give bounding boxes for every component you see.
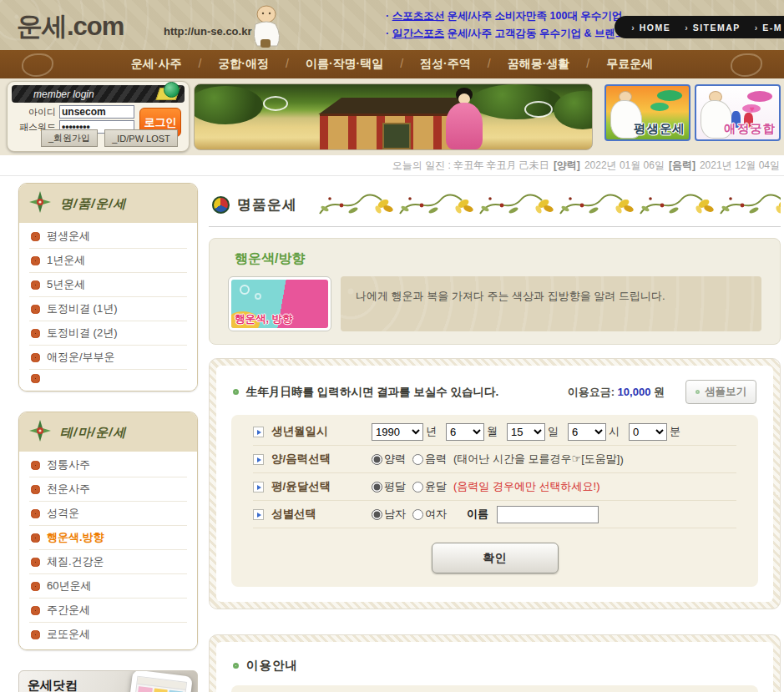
love-compatibility-banner[interactable]: ♥ 애정궁합 (695, 84, 781, 141)
sidebar-item-traditional-saju[interactable]: 정통사주 (29, 453, 187, 477)
monk-mascot-icon (244, 3, 286, 53)
globe-icon (158, 82, 180, 102)
banner-label: 애정궁합 (724, 121, 776, 137)
sidebar-item-lifetime[interactable]: 평생운세 (29, 225, 187, 249)
lifetime-fortune-banner[interactable]: 평생운세 (604, 84, 690, 141)
birth-year-select[interactable]: 1990 (372, 423, 423, 441)
heart-icon: ♥ (750, 104, 755, 114)
female-radio[interactable] (412, 509, 423, 520)
main-content: 명품운세 (209, 183, 781, 692)
sidebar-item-health[interactable]: 체질.건강운 (29, 550, 187, 574)
sidebar-item-5year[interactable]: 5년운세 (29, 273, 187, 297)
today-iljin-line: 오늘의 일진 : 辛丑年 辛丑月 己未日 [양력] 2022년 01월 06일 … (0, 155, 784, 176)
sidebar-item-tojeong2[interactable]: 토정비결 (2년) (29, 321, 187, 346)
cloud-decoration (263, 96, 288, 111)
guide-row-payment: 결제수단 카드결제, 휴대폰결제, 일반전화결제, 계좌이체 (253, 689, 736, 692)
flower-bullet-icon (31, 630, 40, 639)
birth-month-select[interactable]: 6 (446, 423, 484, 441)
banner-strip: member login 아이디 패스워드 로그인 _회원가입 _ID/PW L… (0, 78, 784, 155)
email-link[interactable]: E-M (755, 23, 782, 33)
page-title-row: 명품운세 (209, 183, 781, 227)
fee-text: 이용요금: 10,000 원 (568, 385, 665, 400)
solar-radio[interactable] (372, 454, 382, 465)
cloud-decoration (650, 103, 669, 111)
palace-banner-illustration (194, 83, 593, 150)
product-image-caption: 행운색, 방향 (235, 312, 292, 326)
sidebar-item-love[interactable]: 애정운/부부운 (29, 346, 187, 370)
leap-month-row: 평/윤달선택 평달 윤달 (음력일 경우에만 선택하세요!) (253, 473, 736, 501)
lunar-date: 2021년 12월 04일 (700, 159, 780, 173)
site-logo[interactable]: 운세.com (17, 9, 124, 44)
id-pw-lost-button[interactable]: _ID/PW LOST (104, 129, 178, 147)
nav-item-astrology[interactable]: 점성·주역 (383, 57, 471, 72)
sidebar-item-lucky-color-direction[interactable]: 행운색.방향 (29, 526, 187, 550)
sidebar-item-1year[interactable]: 1년운세 (29, 249, 187, 273)
promo-banner-cards: 평생운세 ♥ 애정궁합 (604, 84, 781, 141)
id-input[interactable] (59, 105, 134, 119)
promo-links: 스포츠조선 운세/사주 소비자만족 100대 우수기업 일간스포츠 운세/사주 … (386, 8, 626, 43)
id-label: 아이디 (13, 106, 56, 119)
arrow-icon (253, 509, 264, 520)
guide-title: 이용안내 (246, 658, 298, 674)
sidebar-item-lotto[interactable]: 로또운세 (29, 623, 187, 646)
menu-title: 명/품/운/세 (60, 196, 127, 212)
birth-day-select[interactable]: 15 (507, 423, 545, 441)
calendar-type-row: 양/음력선택 양력 음력 (태어난 시간을 모를경우☞ [도움말] ) (253, 446, 736, 473)
main-navigation: 운세·사주 궁합·애정 이름·작명·택일 점성·주역 꿈해몽·생활 무료운세 (0, 50, 784, 78)
flower-bullet-icon (31, 280, 40, 290)
form-fieldset: 생년월일시 1990 년 6 월 15 일 6 시 0 분 양/음력선택 (231, 415, 758, 587)
solar-date: 2022년 01월 06일 (584, 159, 665, 173)
product-thumbnail[interactable]: 행운색, 방향 (228, 276, 331, 331)
nav-item-naming[interactable]: 이름·작명·택일 (269, 57, 383, 72)
lunar-radio[interactable] (412, 454, 423, 465)
site-url-text: http://un-se.co.kr (164, 25, 251, 38)
mobile-web-banner[interactable]: 운세닷컴 모바일 웹 바로가기! (18, 670, 198, 692)
home-link[interactable]: HOME (631, 23, 670, 33)
menu-header: 테/마/운/세 (19, 412, 197, 452)
solar-tag: [양력] (554, 159, 580, 173)
page-title: 명품운세 (237, 195, 297, 215)
name-input[interactable] (497, 506, 599, 523)
sidebar-item-weekly[interactable]: 주간운세 (29, 599, 187, 623)
birth-hour-select[interactable]: 6 (568, 423, 606, 441)
sidebar-item-tojeong1[interactable]: 토정비결 (1년) (29, 297, 187, 321)
flower-bullet-icon (31, 256, 40, 265)
promo-link-1[interactable]: 스포츠조선 운세/사주 소비자만족 100대 우수기업 (386, 8, 626, 25)
help-link[interactable]: [도움말] (581, 452, 620, 467)
male-radio[interactable] (372, 509, 382, 520)
sidebar-item-cheonun-saju[interactable]: 천운사주 (29, 477, 187, 502)
cloud-decoration (524, 101, 553, 118)
confirm-button[interactable]: 확인 (432, 543, 559, 573)
today-prefix: 오늘의 일진 : 辛丑年 辛丑月 己未日 (392, 159, 549, 173)
birth-minute-select[interactable]: 0 (629, 423, 667, 441)
sample-view-button[interactable]: 샘플보기 (685, 380, 756, 404)
leap-note: (음력일 경우에만 선택하세요!) (453, 479, 600, 494)
flower-bullet-icon (31, 485, 40, 494)
nav-item-free[interactable]: 무료운세 (569, 57, 653, 72)
nav-item-dream[interactable]: 꿈해몽·생활 (471, 57, 570, 72)
sidebar: 명/품/운/세 평생운세 1년운세 5년운세 토정비결 (1년) 토정비결 (2… (18, 183, 198, 692)
fortune-input-box: 生年月日時를 입력하시면 결과를 보실수 있습니다. 이용요금: 10,000 … (209, 358, 781, 609)
sidebar-item-60year[interactable]: 60년운세 (29, 574, 187, 599)
menu-header: 명/품/운/세 (19, 184, 197, 223)
sitemap-link[interactable]: SITEMAP (685, 23, 741, 33)
sidebar-item-personality[interactable]: 성격운 (29, 502, 187, 526)
flower-bullet-icon (31, 374, 40, 383)
signup-button[interactable]: _회원가입 (41, 129, 98, 147)
flower-bullet-icon (31, 305, 40, 314)
lunar-tag: [음력] (669, 159, 695, 173)
nav-item-gunghap[interactable]: 궁합·애정 (181, 57, 269, 72)
mobile-banner-text: 운세닷컴 모바일 웹 바로가기! (28, 677, 135, 692)
nav-item-unse-saju[interactable]: 운세·사주 (131, 57, 182, 72)
arrow-icon (253, 454, 264, 465)
flower-bullet-icon (31, 606, 40, 615)
promo-link-2[interactable]: 일간스포츠 운세/사주 고객감동 우수기업 & 브랜드 (386, 25, 626, 43)
top-header: 운세.com http://un-se.co.kr 스포츠조선 운세/사주 소비… (0, 0, 784, 50)
normal-month-radio[interactable] (372, 482, 382, 492)
sidebar-item-career[interactable] (29, 370, 187, 387)
gender-row: 성별선택 남자 여자 이름 (253, 501, 736, 528)
cloud-decoration (747, 91, 772, 102)
arrow-icon (253, 427, 264, 437)
login-panel-header: member login (12, 85, 185, 103)
leap-month-radio[interactable] (412, 482, 423, 492)
